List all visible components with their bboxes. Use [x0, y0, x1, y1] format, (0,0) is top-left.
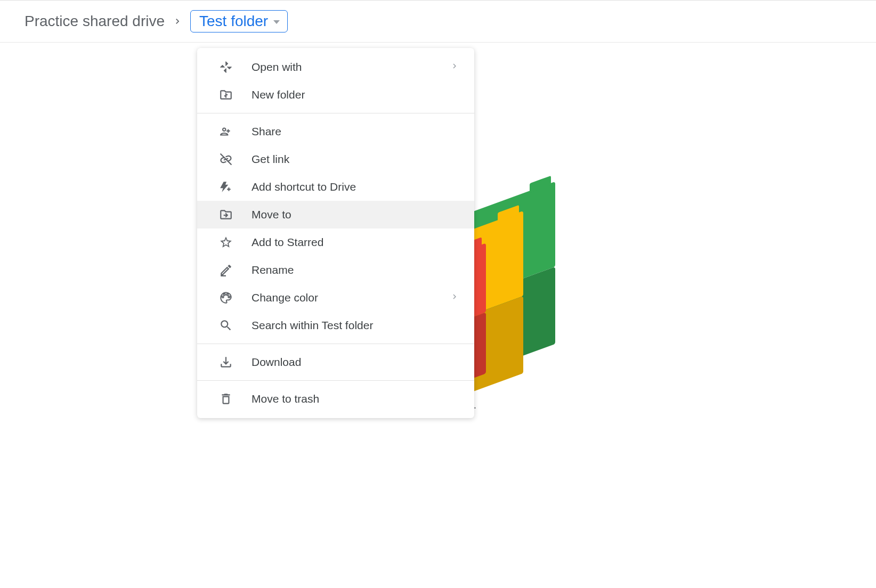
new-folder-icon	[218, 87, 233, 102]
download-icon	[218, 355, 233, 370]
palette-icon	[218, 290, 233, 305]
menu-label: Get link	[252, 153, 459, 166]
trash-icon	[218, 391, 233, 406]
share-icon	[218, 124, 233, 139]
breadcrumb-current-label: Test folder	[199, 13, 268, 30]
menu-item-change-color[interactable]: Change color	[197, 284, 474, 312]
menu-label: Move to trash	[252, 393, 459, 405]
menu-label: Open with	[252, 61, 450, 74]
breadcrumb-parent[interactable]: Practice shared drive	[25, 13, 165, 30]
menu-item-open-with[interactable]: Open with	[197, 53, 474, 81]
menu-label: Add to Starred	[252, 236, 459, 249]
menu-label: New folder	[252, 88, 459, 101]
move-to-icon	[218, 207, 233, 222]
add-shortcut-icon	[218, 179, 233, 194]
menu-separator	[197, 380, 474, 381]
rename-icon	[218, 263, 233, 277]
menu-item-move-to-trash[interactable]: Move to trash	[197, 385, 474, 413]
menu-item-new-folder[interactable]: New folder	[197, 81, 474, 109]
menu-label: Download	[252, 356, 459, 369]
breadcrumb: Practice shared drive Test folder	[0, 0, 876, 43]
menu-separator	[197, 113, 474, 113]
chevron-right-icon	[450, 292, 459, 304]
context-menu: Open with New folder Share Get link Add …	[197, 48, 474, 418]
chevron-right-icon	[172, 16, 183, 27]
dropdown-triangle-icon	[273, 20, 280, 24]
menu-label: Add shortcut to Drive	[252, 181, 459, 193]
menu-label: Share	[252, 125, 459, 138]
menu-label: Rename	[252, 264, 459, 276]
menu-item-add-shortcut[interactable]: Add shortcut to Drive	[197, 173, 474, 201]
menu-item-rename[interactable]: Rename	[197, 256, 474, 284]
menu-item-share[interactable]: Share	[197, 118, 474, 145]
menu-item-add-to-starred[interactable]: Add to Starred	[197, 228, 474, 256]
menu-label: Move to	[252, 208, 459, 221]
link-icon	[218, 152, 233, 167]
open-with-icon	[218, 60, 233, 75]
menu-item-get-link[interactable]: Get link	[197, 145, 474, 173]
chevron-right-icon	[450, 61, 459, 73]
menu-label: Search within Test folder	[252, 319, 459, 332]
menu-item-search-within[interactable]: Search within Test folder	[197, 312, 474, 339]
menu-label: Change color	[252, 291, 450, 304]
menu-item-move-to[interactable]: Move to	[197, 201, 474, 228]
star-icon	[218, 235, 233, 250]
menu-separator	[197, 344, 474, 344]
search-icon	[218, 318, 233, 333]
menu-item-download[interactable]: Download	[197, 348, 474, 376]
breadcrumb-current-dropdown[interactable]: Test folder	[190, 10, 288, 32]
